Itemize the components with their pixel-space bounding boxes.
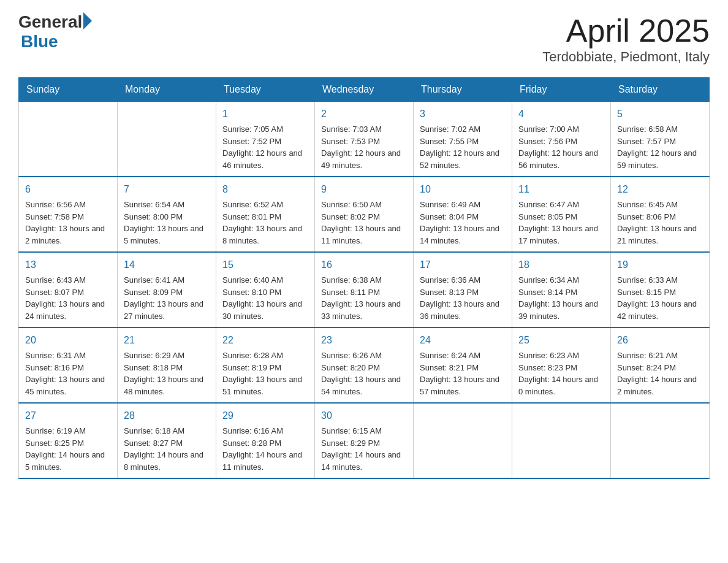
sunset-text: Sunset: 7:55 PM (420, 137, 479, 146)
daylight-text: Daylight: 13 hours and 36 minutes. (420, 299, 499, 321)
sunrise-text: Sunrise: 6:34 AM (518, 275, 579, 285)
sunset-text: Sunset: 8:02 PM (321, 212, 380, 221)
sunset-text: Sunset: 7:58 PM (25, 212, 84, 221)
day-number: 10 (420, 182, 506, 197)
calendar-day-cell: 28Sunrise: 6:18 AMSunset: 8:27 PMDayligh… (118, 403, 216, 478)
sunset-text: Sunset: 8:23 PM (518, 363, 577, 372)
header-thursday: Thursday (414, 78, 512, 102)
sunrise-text: Sunrise: 6:29 AM (124, 351, 184, 360)
daylight-text: Daylight: 13 hours and 54 minutes. (321, 375, 401, 396)
daylight-text: Daylight: 13 hours and 27 minutes. (124, 299, 203, 321)
calendar-day-cell: 3Sunrise: 7:02 AMSunset: 7:55 PMDaylight… (414, 102, 512, 177)
calendar-day-cell: 5Sunrise: 6:58 AMSunset: 7:57 PMDaylight… (611, 102, 710, 177)
calendar-day-cell: 27Sunrise: 6:19 AMSunset: 8:25 PMDayligh… (19, 403, 118, 478)
calendar-day-cell (19, 102, 118, 177)
daylight-text: Daylight: 13 hours and 11 minutes. (321, 224, 401, 245)
calendar-week-row: 27Sunrise: 6:19 AMSunset: 8:25 PMDayligh… (19, 403, 710, 478)
calendar-week-row: 1Sunrise: 7:05 AMSunset: 7:52 PMDaylight… (19, 102, 710, 177)
daylight-text: Daylight: 12 hours and 46 minutes. (222, 148, 302, 170)
day-number: 17 (420, 258, 506, 272)
calendar-header-row: Sunday Monday Tuesday Wednesday Thursday… (19, 78, 710, 102)
sunrise-text: Sunrise: 7:03 AM (321, 124, 382, 134)
sunrise-text: Sunrise: 7:05 AM (222, 124, 283, 134)
sunset-text: Sunset: 8:04 PM (420, 212, 479, 221)
sunset-text: Sunset: 8:29 PM (321, 439, 380, 448)
day-number: 16 (321, 258, 407, 272)
day-number: 30 (321, 408, 407, 423)
daylight-text: Daylight: 14 hours and 8 minutes. (124, 450, 203, 472)
calendar-day-cell: 6Sunrise: 6:56 AMSunset: 7:58 PMDaylight… (19, 177, 118, 252)
sunrise-text: Sunrise: 7:02 AM (420, 124, 480, 134)
calendar-week-row: 6Sunrise: 6:56 AMSunset: 7:58 PMDaylight… (19, 177, 710, 252)
sunset-text: Sunset: 8:05 PM (518, 212, 577, 221)
day-number: 26 (617, 333, 703, 348)
sunset-text: Sunset: 8:24 PM (617, 363, 676, 372)
sunset-text: Sunset: 7:57 PM (617, 137, 676, 146)
sunset-text: Sunset: 8:06 PM (617, 212, 676, 221)
day-number: 19 (617, 258, 703, 272)
calendar-day-cell: 2Sunrise: 7:03 AMSunset: 7:53 PMDaylight… (315, 102, 414, 177)
sunrise-text: Sunrise: 6:23 AM (518, 351, 579, 360)
daylight-text: Daylight: 13 hours and 8 minutes. (222, 224, 302, 245)
day-number: 28 (124, 408, 210, 423)
daylight-text: Daylight: 13 hours and 45 minutes. (25, 375, 105, 396)
day-number: 18 (518, 258, 604, 272)
sunset-text: Sunset: 8:10 PM (222, 288, 281, 297)
calendar-day-cell: 16Sunrise: 6:38 AMSunset: 8:11 PMDayligh… (315, 252, 414, 327)
calendar-day-cell: 15Sunrise: 6:40 AMSunset: 8:10 PMDayligh… (216, 252, 315, 327)
daylight-text: Daylight: 13 hours and 21 minutes. (617, 224, 697, 245)
sunset-text: Sunset: 8:11 PM (321, 288, 380, 297)
sunrise-text: Sunrise: 6:58 AM (617, 124, 678, 134)
calendar-day-cell (414, 403, 512, 478)
calendar-day-cell (118, 102, 216, 177)
daylight-text: Daylight: 13 hours and 33 minutes. (321, 299, 401, 321)
calendar-day-cell: 14Sunrise: 6:41 AMSunset: 8:09 PMDayligh… (118, 252, 216, 327)
daylight-text: Daylight: 12 hours and 56 minutes. (518, 148, 598, 170)
sunrise-text: Sunrise: 6:21 AM (617, 351, 678, 360)
calendar-day-cell: 8Sunrise: 6:52 AMSunset: 8:01 PMDaylight… (216, 177, 315, 252)
calendar-day-cell (512, 403, 611, 478)
sunset-text: Sunset: 8:09 PM (124, 288, 183, 297)
sunset-text: Sunset: 8:07 PM (25, 288, 84, 297)
sunset-text: Sunset: 7:52 PM (222, 137, 281, 146)
day-number: 21 (124, 333, 210, 348)
daylight-text: Daylight: 13 hours and 24 minutes. (25, 299, 105, 321)
day-number: 13 (25, 258, 111, 272)
day-number: 11 (518, 182, 604, 197)
daylight-text: Daylight: 14 hours and 2 minutes. (617, 375, 697, 396)
day-number: 9 (321, 182, 407, 197)
day-number: 3 (420, 107, 506, 121)
day-number: 25 (518, 333, 604, 348)
day-number: 29 (222, 408, 308, 423)
calendar-day-cell: 26Sunrise: 6:21 AMSunset: 8:24 PMDayligh… (611, 327, 710, 403)
sunrise-text: Sunrise: 6:45 AM (617, 200, 678, 209)
sunset-text: Sunset: 8:28 PM (222, 439, 281, 448)
sunset-text: Sunset: 8:19 PM (222, 363, 281, 372)
sunset-text: Sunset: 8:13 PM (420, 288, 479, 297)
calendar-day-cell (611, 403, 710, 478)
logo: General Blue (18, 12, 92, 52)
sunrise-text: Sunrise: 6:49 AM (420, 200, 480, 209)
daylight-text: Daylight: 13 hours and 14 minutes. (420, 224, 499, 245)
header-wednesday: Wednesday (315, 78, 414, 102)
calendar-day-cell: 23Sunrise: 6:26 AMSunset: 8:20 PMDayligh… (315, 327, 414, 403)
day-number: 12 (617, 182, 703, 197)
calendar-day-cell: 24Sunrise: 6:24 AMSunset: 8:21 PMDayligh… (414, 327, 512, 403)
sunrise-text: Sunrise: 6:36 AM (420, 275, 480, 285)
sunrise-text: Sunrise: 6:40 AM (222, 275, 283, 285)
day-number: 7 (124, 182, 210, 197)
sunset-text: Sunset: 8:21 PM (420, 363, 479, 372)
sunrise-text: Sunrise: 6:33 AM (617, 275, 678, 285)
daylight-text: Daylight: 14 hours and 14 minutes. (321, 450, 401, 472)
sunrise-text: Sunrise: 6:18 AM (124, 426, 184, 435)
calendar-day-cell: 9Sunrise: 6:50 AMSunset: 8:02 PMDaylight… (315, 177, 414, 252)
day-number: 1 (222, 107, 308, 121)
calendar-day-cell: 22Sunrise: 6:28 AMSunset: 8:19 PMDayligh… (216, 327, 315, 403)
day-number: 27 (25, 408, 111, 423)
daylight-text: Daylight: 12 hours and 52 minutes. (420, 148, 499, 170)
daylight-text: Daylight: 13 hours and 48 minutes. (124, 375, 203, 396)
sunrise-text: Sunrise: 6:56 AM (25, 200, 86, 209)
sunrise-text: Sunrise: 6:52 AM (222, 200, 283, 209)
calendar-day-cell: 20Sunrise: 6:31 AMSunset: 8:16 PMDayligh… (19, 327, 118, 403)
sunset-text: Sunset: 8:16 PM (25, 363, 84, 372)
